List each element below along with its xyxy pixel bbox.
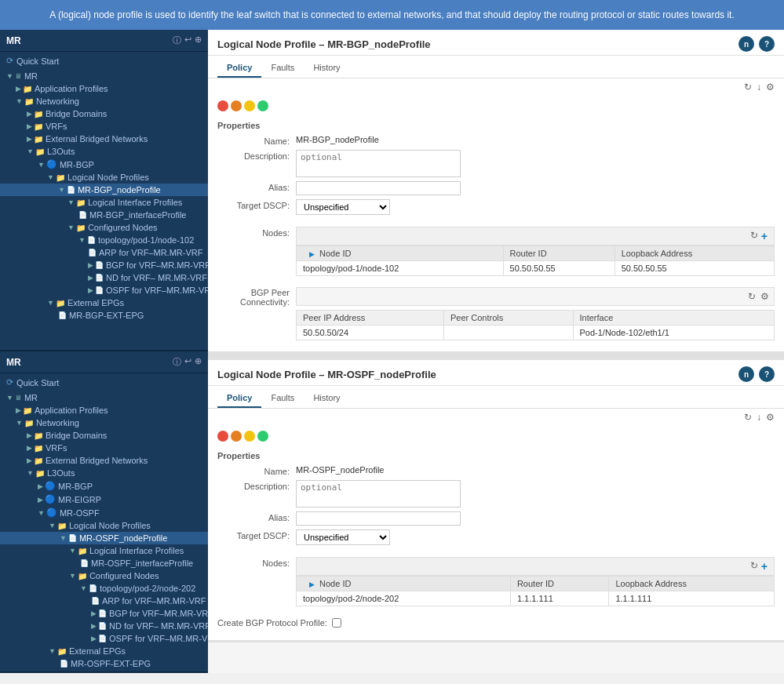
bgp-section-top: BGP Peer Connectivity: ↻ ⚙ Peer IP Addre… [208,283,784,344]
tree-item-ext-bridged-top[interactable]: ▶ 📁 External Bridged Networks [0,133,208,145]
tab-faults-top[interactable]: Faults [261,59,304,78]
user-icon-bottom[interactable]: n [738,366,754,382]
refresh-btn-bottom[interactable]: ↻ [744,412,752,423]
tree-item-networking-top[interactable]: ▼ 📁 Networking [0,95,208,107]
description-input-top[interactable] [296,150,461,177]
sidebar-panel-bottom: MR ⓘ ↩ ⊕ ⟳ Quick Start ▼ 🖥 MR ▶ [0,351,208,673]
tree-item-vrfs-bottom[interactable]: ▶ 📁 VRFs [0,442,208,454]
prop-alias-row-bottom: Alias: [217,511,775,526]
tree-item-ext-epgs-top[interactable]: ▼ 📁 External EPGs [0,297,208,309]
refresh-btn-top[interactable]: ↻ [744,82,752,93]
tree-item-mr-bgp-top[interactable]: ▼ 🔵 MR-BGP [0,158,208,171]
alias-input-top[interactable] [296,181,461,195]
bgp-peer-ip-top-0: 50.50.50/24 [297,326,444,340]
create-bgp-checkbox[interactable] [332,618,341,628]
tree-item-app-profiles-top[interactable]: ▶ 📁 Application Profiles [0,82,208,95]
tree-item-mr-bgp-ext-epg[interactable]: 📄 MR-BGP-EXT-EPG [0,309,208,322]
tree-item-configured-nodes-top[interactable]: ▼ 📁 Configured Nodes [0,221,208,234]
nodes-add-bottom[interactable]: + [761,560,768,573]
tree-item-mr-bgp-bottom[interactable]: ▶ 🔵 MR-BGP [0,479,208,493]
toolbar-bottom: ↻ ↓ ⚙ [208,409,784,426]
nodes-refresh-bottom[interactable]: ↻ [750,560,758,573]
tabs-top: Policy Faults History [208,59,784,78]
tree-item-mr-top[interactable]: ▼ 🖥 MR [0,70,208,82]
tree-item-nd-bottom[interactable]: ▶ 📄 ND for VRF– MR.MR-VRF [0,620,208,632]
tree-item-bridge-domains-top[interactable]: ▶ 📁 Bridge Domains [0,107,208,120]
nodes-label-row-top: Nodes: ↻ + [217,227,775,276]
tree-item-ospf-top[interactable]: ▶ 📄 OSPF for VRF–MR.MR-VRF [0,284,208,297]
tree-item-arp-bottom[interactable]: 📄 ARP for VRF–MR.MR-VRF [0,595,208,607]
prop-dscp-row-bottom: Target DSCP: Unspecified [217,529,775,545]
bgp-settings-top[interactable]: ⚙ [760,291,769,302]
nodes-row-bottom-0: topology/pod-2/node-202 1.1.1.111 1.1.1.… [297,591,775,606]
col-node-id-top: ▶ Node ID [297,246,504,261]
tab-history-bottom[interactable]: History [304,389,349,408]
nodes-header-bottom: ↻ + [296,557,775,576]
tab-policy-top[interactable]: Policy [217,59,261,78]
tree-item-mr-ospf-ext-epg[interactable]: 📄 MR-OSPF-EXT-EPG [0,657,208,670]
tree-item-ext-bridged-bottom[interactable]: ▶ 📁 External Bridged Networks [0,454,208,467]
tree-item-topo-pod1-node102[interactable]: ▼ 📄 topology/pod-1/node-102 [0,234,208,246]
tree-item-networking-bottom[interactable]: ▼ 📁 Networking [0,417,208,429]
dot-green-top [257,100,268,111]
download-btn-bottom[interactable]: ↓ [757,412,761,423]
tree-item-ext-epgs-bottom[interactable]: ▼ 📁 External EPGs [0,645,208,657]
tree-item-logical-node-profiles-bottom[interactable]: ▼ 📁 Logical Node Profiles [0,519,208,532]
section-divider [208,354,784,360]
bgp-refresh-top[interactable]: ↻ [748,291,756,302]
tree-item-mr-bgp-interface-profile[interactable]: 📄 MR-BGP_interfaceProfile [0,209,208,221]
tree-item-mr-ospf[interactable]: ▼ 🔵 MR-OSPF [0,506,208,519]
tree-item-logical-int-profiles-top[interactable]: ▼ 📁 Logical Interface Profiles [0,196,208,209]
tab-policy-bottom[interactable]: Policy [217,389,261,408]
tree-item-vrfs-top[interactable]: ▶ 📁 VRFs [0,120,208,133]
settings-btn-top[interactable]: ⚙ [766,82,775,93]
user-icon-top[interactable]: n [738,36,754,52]
sidebar-bottom-title: MR [6,357,21,368]
tree-item-configured-nodes-bottom[interactable]: ▼ 📁 Configured Nodes [0,569,208,582]
dscp-select-bottom[interactable]: Unspecified [296,529,390,545]
tree-item-ospf-bottom[interactable]: ▶ 📄 OSPF for VRF–MR.MR-VRF [0,632,208,645]
nodes-add-top[interactable]: + [761,230,768,242]
tree-item-app-profiles-bottom[interactable]: ▶ 📁 Application Profiles [0,404,208,417]
nodes-header-top: ↻ + [296,227,775,246]
status-dots-bottom [208,426,784,446]
tree-item-mr-ospf-interface-profile[interactable]: 📄 MR-OSPF_interfaceProfile [0,557,208,569]
properties-top: Properties Name: MR-BGP_nodeProfile Desc… [208,116,784,224]
tree-item-nd-top[interactable]: ▶ 📄 ND for VRF– MR.MR-VRF [0,271,208,284]
loopback-cell-bottom-0: 1.1.1.111 [609,591,775,606]
tree-item-arp-top[interactable]: 📄 ARP for VRF–MR.MR-VRF [0,246,208,259]
tree-item-bgp-bottom[interactable]: ▶ 📄 BGP for VRF–MR.MR-VRF [0,607,208,620]
help-icon-top[interactable]: ? [759,36,775,52]
tree-item-topo-pod2-node202[interactable]: ▼ 📄 topology/pod-2/node-202 [0,582,208,595]
tree-item-logical-int-profiles-bottom[interactable]: ▼ 📁 Logical Interface Profiles [0,544,208,557]
dscp-select-top[interactable]: Unspecified [296,199,390,215]
tree-item-l3outs-top[interactable]: ▼ 📁 L3Outs [0,145,208,158]
tree-item-logical-node-profiles-top[interactable]: ▼ 📁 Logical Node Profiles [0,171,208,184]
description-input-bottom[interactable] [296,480,461,508]
tree-item-bridge-domains-bottom[interactable]: ▶ 📁 Bridge Domains [0,429,208,442]
tab-faults-bottom[interactable]: Faults [261,389,304,408]
nodes-section-top: Nodes: ↻ + [208,224,784,283]
sidebar-quick-start-bottom[interactable]: ⟳ Quick Start [0,373,208,391]
nodes-table-top: ▶ Node ID Router ID Loopback Address top… [296,246,775,276]
nodes-row-top-0: topology/pod-1/node-102 50.50.50.55 50.5… [297,261,775,276]
bgp-row-top-0: 50.50.50/24 Pod-1/Node-102/eth1/1 [297,326,775,340]
create-bgp-row: Create BGP Protocol Profile: [208,613,784,632]
tree-item-mr-bgp-node-profile[interactable]: ▼ 📄 MR-BGP_nodeProfile [0,184,208,196]
dot-yellow-top [244,100,255,111]
tree-item-mr-ospf-node-profile[interactable]: ▼ 📄 MR-OSPF_nodeProfile [0,532,208,544]
tree-item-mr-eigrp[interactable]: ▶ 🔵 MR-EIGRP [0,493,208,506]
tree-item-mr-bottom[interactable]: ▼ 🖥 MR [0,391,208,404]
help-icon-bottom[interactable]: ? [759,366,775,382]
prop-alias-row-top: Alias: [217,181,775,195]
settings-btn-bottom[interactable]: ⚙ [766,412,775,423]
sidebar-quick-start-top[interactable]: ⟳ Quick Start [0,52,208,70]
tree-item-bgp-top[interactable]: ▶ 📄 BGP for VRF–MR.MR-VRF [0,259,208,271]
status-dots-top [208,96,784,116]
prop-description-row-top: Description: [217,150,775,177]
tree-item-l3outs-bottom[interactable]: ▼ 📁 L3Outs [0,467,208,479]
nodes-refresh-top[interactable]: ↻ [750,230,758,242]
download-btn-top[interactable]: ↓ [757,82,761,93]
alias-input-bottom[interactable] [296,511,461,526]
tab-history-top[interactable]: History [304,59,349,78]
